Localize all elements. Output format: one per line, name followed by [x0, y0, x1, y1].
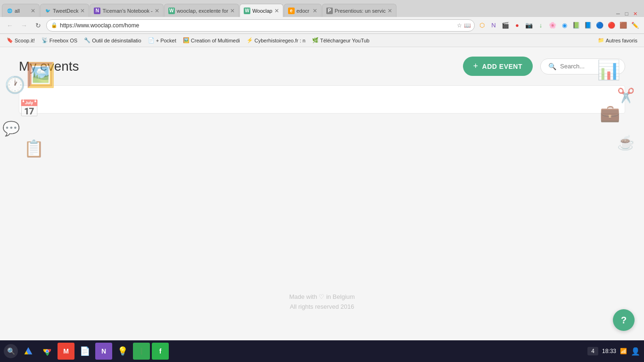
add-event-label: ADD EVENT — [482, 63, 522, 70]
address-icons: ☆ 📖 — [457, 22, 471, 29]
bookmark-freebox-icon: 📡 — [41, 37, 48, 43]
workspace-number[interactable]: 4 — [587, 347, 598, 355]
tab-presentious[interactable]: P Presentious: un servic ✕ — [322, 4, 396, 17]
address-box: 🔒 ☆ 📖 — [46, 19, 475, 32]
bookmark-cyber[interactable]: ⚡ Cyberhistoiregeo.fr : n — [244, 36, 308, 44]
ext-icon-12[interactable]: 🔴 — [606, 20, 617, 31]
ext-icon-1[interactable]: ⬡ — [477, 20, 487, 31]
tab-edocr-label: edocr — [297, 8, 310, 14]
url-input[interactable] — [46, 19, 475, 32]
star-icon[interactable]: ☆ — [457, 22, 462, 29]
ext-icon-10[interactable]: 📘 — [583, 20, 593, 31]
tab-tweetdeck[interactable]: 🐦 TweetDeck ✕ — [40, 4, 89, 17]
tab-presentious-icon: P — [326, 8, 333, 14]
back-button[interactable]: ← — [4, 19, 16, 32]
taskbar-wifi-icon: 📶 — [620, 348, 627, 354]
taskbar-search-button[interactable]: 🔍 — [4, 344, 18, 358]
close-button[interactable]: ✕ — [632, 10, 638, 17]
tab-edocr[interactable]: e edocr ✕ — [284, 4, 322, 17]
bookmarks-bar: 🔖 Scoop.it! 📡 Freebox OS 🔧 Outil de dési… — [0, 34, 644, 47]
events-container — [19, 85, 625, 114]
tab-wooclap-for-label: wooclap, excelente for — [177, 8, 228, 14]
bookmark-scoop-label: Scoop.it! — [15, 38, 35, 43]
taskbar-user-icon[interactable]: 👤 — [631, 347, 640, 356]
tab-wooclap-for[interactable]: W wooclap, excelente for ✕ — [164, 4, 239, 17]
bookmark-cyber-label: Cyberhistoiregeo.fr : n — [255, 38, 305, 43]
bookmark-outil-icon: 🔧 — [84, 37, 91, 43]
bg-icon-coffee: ☕ — [617, 134, 635, 151]
tab-wooclap-active[interactable]: W Wooclap ✕ — [239, 4, 283, 17]
taskbar-search-icon: 🔍 — [7, 347, 15, 355]
tab-presentious-label: Presentious: un servic — [335, 8, 386, 14]
add-event-button[interactable]: + ADD EVENT — [463, 57, 533, 76]
bg-icon-clock: 🕐 — [5, 75, 25, 95]
bookmark-creation-label: Creation of Multimedi — [191, 38, 240, 43]
taskbar-docs-icon[interactable]: 📄 — [76, 343, 93, 360]
wooclap-main: 🖼️ 🕐 📅 💬 📋 📊 ✂️ 💼 ☕ My events + ADD EVEN… — [0, 47, 644, 340]
taskbar-gmail-icon[interactable]: M — [58, 343, 74, 360]
bookmark-pocket-label: + Pocket — [156, 38, 176, 43]
taskbar-drive-icon[interactable] — [20, 343, 37, 360]
tab-wooclap-for-close[interactable]: ✕ — [228, 8, 235, 14]
minimize-button[interactable]: ─ — [615, 10, 621, 17]
taskbar-chrome-icon[interactable] — [39, 343, 56, 360]
maximize-button[interactable]: □ — [623, 10, 630, 17]
bookmark-outil[interactable]: 🔧 Outil de désinstallatio — [81, 36, 144, 44]
bookmark-ytdl-icon: 🌿 — [312, 37, 319, 43]
bookmark-creation-icon: 🖼️ — [183, 37, 190, 43]
bookmark-scoop-icon: 🔖 — [7, 37, 13, 43]
taskbar-maps-icon[interactable] — [133, 343, 150, 360]
taskbar: 🔍 M 📄 N 💡 f 4 18:33 📶 👤 — [0, 340, 644, 362]
bookmark-pocket-icon: 📄 — [148, 37, 155, 43]
bookmark-scoop[interactable]: 🔖 Scoop.it! — [4, 36, 38, 44]
bg-icon-chat: 💬 — [2, 120, 20, 137]
bg-icon-chart-right: 📊 — [597, 59, 620, 81]
bookmarks-more-label: Autres favoris — [606, 38, 637, 43]
reload-button[interactable]: ↻ — [32, 19, 44, 32]
taskbar-feedly-icon[interactable]: f — [152, 343, 169, 360]
ext-icon-8[interactable]: ◉ — [559, 20, 570, 31]
wooclap-header: My events + ADD EVENT 🔍 — [0, 47, 644, 85]
bookmark-icon[interactable]: 📖 — [464, 22, 471, 29]
ext-icon-5[interactable]: 📷 — [524, 20, 534, 31]
forward-button[interactable]: → — [18, 19, 30, 32]
ext-icon-11[interactable]: 🔵 — [594, 20, 605, 31]
ext-icon-14[interactable]: ✏️ — [630, 20, 640, 31]
tab-empty — [397, 4, 411, 17]
bookmark-ytdl[interactable]: 🌿 Téléchargeur YouTub — [309, 36, 372, 44]
taskbar-onenote-icon[interactable]: N — [95, 343, 112, 360]
ext-icon-7[interactable]: 🌸 — [547, 20, 558, 31]
ext-icon-2[interactable]: N — [488, 20, 499, 31]
tab-wooclap-for-icon: W — [168, 8, 175, 14]
bookmark-freebox[interactable]: 📡 Freebox OS — [39, 36, 80, 44]
tab-all-icon: 🌐 — [6, 8, 13, 14]
tab-all[interactable]: 🌐 all ✕ — [2, 4, 40, 17]
add-event-plus-icon: + — [473, 61, 479, 71]
tab-wooclap-active-close[interactable]: ✕ — [272, 8, 279, 14]
tab-ticeman[interactable]: N Ticeman's Notebook - ✕ — [90, 4, 163, 17]
page-content: 🖼️ 🕐 📅 💬 📋 📊 ✂️ 💼 ☕ My events + ADD EVEN… — [0, 47, 644, 340]
taskbar-keep-icon[interactable]: 💡 — [114, 343, 131, 360]
ext-icon-6[interactable]: ↓ — [536, 20, 546, 31]
bg-icon-image: 🖼️ — [26, 61, 55, 89]
ext-icon-9[interactable]: 📗 — [571, 20, 581, 31]
tab-ticeman-label: Ticeman's Notebook - — [102, 8, 152, 14]
ext-icon-3[interactable]: 🎬 — [500, 20, 511, 31]
bg-icon-scissors: ✂️ — [617, 87, 635, 104]
tab-tweetdeck-close[interactable]: ✕ — [78, 8, 85, 14]
bookmark-pocket[interactable]: 📄 + Pocket — [145, 36, 179, 44]
tab-ticeman-close[interactable]: ✕ — [153, 8, 159, 14]
tab-all-close[interactable]: ✕ — [29, 8, 35, 14]
browser-extension-icons: ⬡ N 🎬 ● 📷 ↓ 🌸 ◉ 📗 📘 🔵 🔴 🟫 ✏️ — [477, 20, 640, 31]
bookmark-creation[interactable]: 🖼️ Creation of Multimedi — [180, 36, 243, 44]
footer-line2: All rights reserved 2016 — [0, 302, 644, 312]
bg-icon-briefcase: 💼 — [600, 104, 620, 123]
help-button[interactable]: ? — [613, 309, 635, 331]
tab-presentious-close[interactable]: ✕ — [386, 8, 392, 14]
bookmark-cyber-icon: ⚡ — [247, 37, 253, 43]
tab-edocr-close[interactable]: ✕ — [311, 8, 317, 14]
ext-icon-13[interactable]: 🟫 — [618, 20, 628, 31]
tab-wooclap-active-icon: W — [244, 8, 250, 14]
ext-icon-4[interactable]: ● — [512, 20, 522, 31]
bookmarks-more[interactable]: 📁 Autres favoris — [595, 36, 640, 44]
